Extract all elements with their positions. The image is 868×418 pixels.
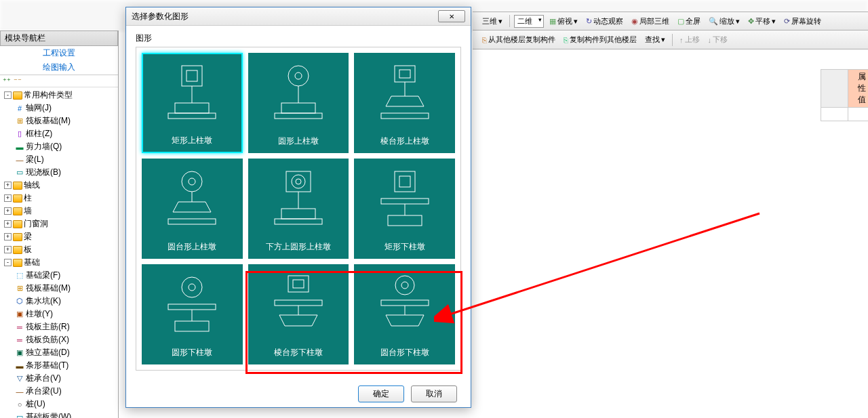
- svg-point-21: [292, 175, 305, 188]
- tool-3d[interactable]: 三维▾: [479, 15, 505, 28]
- svg-rect-35: [175, 321, 209, 331]
- tree-item[interactable]: ⊞筏板基础(M): [1, 282, 117, 295]
- draw-input-link[interactable]: 绘图输入: [0, 60, 118, 75]
- shape-prism-top[interactable]: 棱台形上柱墩: [354, 53, 455, 153]
- tree-folder[interactable]: +板: [1, 243, 117, 256]
- shape-label: 下方上圆形上柱墩: [266, 241, 331, 253]
- shape-rect-circle-top[interactable]: 下方上圆形上柱墩: [248, 159, 349, 259]
- tree-folder[interactable]: +轴线: [1, 179, 117, 192]
- expander-icon[interactable]: +: [4, 233, 12, 241]
- expander-icon[interactable]: +: [4, 220, 12, 228]
- tree-item[interactable]: ⊞筏板基础(M): [1, 114, 117, 127]
- tree-item[interactable]: ═筏板主筋(R): [1, 320, 117, 333]
- expander-icon[interactable]: -: [4, 259, 12, 266]
- tree-item[interactable]: —梁(L): [1, 153, 117, 166]
- tree-item[interactable]: ⬚基础梁(F): [1, 269, 117, 282]
- btn-search[interactable]: 查找▾: [642, 33, 668, 46]
- btn-move-up[interactable]: ↑上移: [677, 33, 703, 46]
- btn-copy-from-floor[interactable]: ⎘从其他楼层复制构件: [479, 33, 558, 46]
- tree-item[interactable]: ○桩(U): [1, 398, 117, 411]
- tree-item-label: 现浇板(B): [26, 167, 61, 178]
- tree-item[interactable]: ▯框柱(Z): [1, 127, 117, 140]
- tool-top-view[interactable]: ▦俯视▾: [547, 15, 580, 28]
- tree-item-label: 独立基础(D): [26, 347, 70, 358]
- tree-item[interactable]: #轴网(J): [1, 102, 117, 114]
- svg-rect-19: [168, 219, 216, 224]
- orbit-icon: ↻: [586, 17, 592, 26]
- svg-marker-45: [386, 315, 424, 326]
- tool-rotate[interactable]: ⟳屏幕旋转: [781, 15, 824, 28]
- toolbar-label: 复制构件到其他楼层: [570, 35, 637, 45]
- pan-icon: ✥: [748, 17, 754, 26]
- shape-prism-bottom[interactable]: 棱台形下柱墩: [248, 264, 349, 364]
- tree-item[interactable]: ▽桩承台(V): [1, 372, 117, 385]
- toolbar-label: 缩放: [719, 16, 734, 26]
- tree-item[interactable]: ▬条形基础(T): [1, 359, 117, 372]
- tree-item[interactable]: ▭现浇板(B): [1, 166, 117, 179]
- tree-item-label: 承台梁(U): [26, 385, 62, 397]
- toolbar-separator: [672, 34, 673, 46]
- tree-item[interactable]: ▭基础板带(W): [1, 411, 117, 418]
- svg-rect-10: [395, 66, 415, 82]
- expander-icon[interactable]: +: [4, 194, 12, 202]
- close-button[interactable]: ✕: [438, 10, 465, 22]
- tool-zoom[interactable]: 🔍缩放▾: [706, 15, 743, 28]
- svg-point-5: [288, 66, 309, 86]
- zoom-icon: 🔍: [709, 17, 718, 26]
- tree-root[interactable]: - 常用构件类型: [1, 89, 117, 102]
- tool-pan[interactable]: ✥平移▾: [745, 15, 778, 28]
- dropdown-value: 二维: [517, 17, 532, 25]
- slab-icon: ▭: [15, 168, 24, 177]
- copy-from-icon: ⎘: [482, 36, 487, 44]
- project-settings-link[interactable]: 工程设置: [0, 46, 118, 60]
- tool-fullscreen[interactable]: ▢全屏: [675, 15, 703, 28]
- rotate-icon: ⟳: [784, 17, 790, 26]
- svg-line-47: [448, 213, 760, 315]
- tree-folder-foundation[interactable]: -基础: [1, 256, 117, 269]
- expand-all-icon[interactable]: ⁺⁺: [3, 77, 11, 85]
- tree-item[interactable]: ▣柱墩(Y): [1, 308, 117, 320]
- cancel-button[interactable]: 取消: [411, 385, 457, 402]
- expander-icon[interactable]: +: [4, 207, 12, 215]
- shape-rect-top[interactable]: 矩形上柱墩: [142, 53, 243, 153]
- tree-folder-label: 柱: [24, 192, 32, 204]
- expander-icon[interactable]: +: [4, 182, 12, 189]
- svg-point-16: [189, 178, 195, 185]
- btn-move-down[interactable]: ↓下移: [705, 33, 731, 46]
- tree-item[interactable]: ⬡集水坑(K): [1, 295, 117, 308]
- tree-folder[interactable]: +墙: [1, 205, 117, 217]
- svg-rect-38: [275, 300, 322, 306]
- btn-copy-to-floor[interactable]: ⎘复制构件到其他楼层: [561, 33, 639, 46]
- nav-panel-title: 模块导航栏: [0, 30, 118, 46]
- property-row[interactable]: [821, 108, 869, 121]
- shape-circle-top[interactable]: 圆形上柱墩: [248, 53, 349, 153]
- shape-cone-top[interactable]: 圆台形上柱墩: [142, 159, 243, 259]
- svg-rect-3: [175, 103, 209, 113]
- svg-point-31: [182, 277, 202, 297]
- expander-icon[interactable]: -: [4, 91, 12, 99]
- tree-folder[interactable]: +门窗洞: [1, 217, 117, 230]
- collapse-all-icon[interactable]: ⁻⁻: [14, 77, 22, 85]
- tree-item[interactable]: ▣独立基础(D): [1, 346, 117, 359]
- tool-dynamic-view[interactable]: ↻动态观察: [583, 15, 626, 28]
- tree-item[interactable]: —承台梁(U): [1, 385, 117, 398]
- svg-marker-13: [386, 96, 424, 106]
- column-icon: ▯: [15, 129, 24, 139]
- shape-cone-bottom[interactable]: 圆台形下柱墩: [354, 264, 455, 364]
- ok-button[interactable]: 确定: [358, 385, 404, 402]
- folder-icon: [13, 194, 22, 203]
- tree-item[interactable]: ▬剪力墙(Q): [1, 140, 117, 153]
- tree-folder[interactable]: +梁: [1, 230, 117, 243]
- shape-rect-bottom[interactable]: 矩形下柱墩: [354, 159, 455, 259]
- tree-item-label: 剪力墙(Q): [26, 141, 62, 152]
- shape-label: 圆台形上柱墩: [167, 241, 216, 253]
- tree-item[interactable]: ═筏板负筋(X): [1, 333, 117, 346]
- expander-icon[interactable]: +: [4, 246, 12, 253]
- tree-folder[interactable]: +柱: [1, 192, 117, 205]
- shape-circle-bottom[interactable]: 圆形下柱墩: [142, 264, 243, 364]
- view-dropdown[interactable]: 二维: [514, 15, 544, 28]
- shape-label: 棱台形上柱墩: [380, 135, 429, 147]
- tool-local-3d[interactable]: ◉局部三维: [629, 15, 672, 28]
- svg-rect-24: [281, 209, 315, 219]
- tree-item-label: 轴网(J): [26, 102, 52, 114]
